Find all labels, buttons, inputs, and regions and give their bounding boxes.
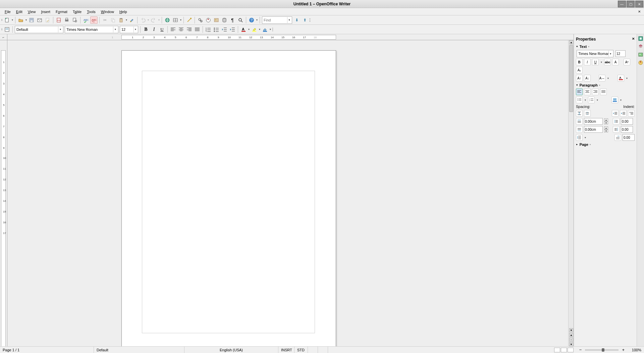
help-dropdown[interactable]: ▼: [256, 19, 258, 21]
vertical-scrollbar[interactable]: ▲ ▼ ▲ ◦ ▼: [568, 40, 574, 346]
status-zoom-value[interactable]: 100%: [627, 347, 644, 353]
sidebar-font-input[interactable]: [578, 52, 608, 56]
sidebar-font-combo[interactable]: ▼: [577, 50, 613, 57]
data-sources-icon[interactable]: [221, 16, 228, 24]
sidebar-deck-styles-icon[interactable]: [638, 44, 644, 50]
export-pdf-icon[interactable]: PDF: [55, 16, 62, 24]
sidebar-text-header[interactable]: ▾ Text ▫: [576, 44, 635, 49]
find-replace-icon[interactable]: [197, 16, 204, 24]
font-color-dropdown[interactable]: ▼: [248, 28, 250, 31]
decrease-spacing-icon[interactable]: [584, 110, 591, 117]
increase-indent-icon[interactable]: [229, 26, 236, 33]
nonprinting-chars-icon[interactable]: ¶: [229, 16, 236, 24]
menu-insert[interactable]: Insert: [38, 9, 53, 14]
table-dropdown[interactable]: ▼: [179, 19, 182, 21]
align-left-icon[interactable]: [169, 26, 177, 33]
close-document-button[interactable]: ✕: [637, 9, 642, 14]
align-center-icon[interactable]: [177, 26, 185, 33]
toolbar-grip[interactable]: [1, 19, 2, 21]
minimize-button[interactable]: —: [618, 1, 626, 7]
ruler-corner[interactable]: ⌐: [0, 34, 7, 40]
ruler-vertical[interactable]: 1 2 3 4 5 6 7 8 9 10 11 12 13 14 15 16 1: [0, 40, 7, 346]
menu-table[interactable]: Table: [70, 9, 84, 14]
sidebar-increase-font-icon[interactable]: A↑: [576, 75, 583, 81]
sidebar-font-dropdown[interactable]: ▼: [608, 51, 612, 57]
new-document-dropdown[interactable]: ▼: [11, 19, 14, 21]
print-preview-icon[interactable]: [71, 16, 78, 24]
sidebar-bold-icon[interactable]: B: [576, 59, 583, 65]
zoom-icon[interactable]: [237, 16, 244, 24]
font-name-input[interactable]: [66, 27, 113, 32]
sidebar-deck-properties-icon[interactable]: [638, 36, 644, 42]
sidebar-underline-icon[interactable]: U: [592, 59, 599, 65]
sidebar-bgcolor-icon[interactable]: [611, 97, 618, 103]
toolbar-grip[interactable]: [1, 28, 2, 30]
navigation-button[interactable]: ◦: [569, 338, 573, 342]
sidebar-paragraph-header[interactable]: ▾ Paragraph ▫: [576, 83, 635, 87]
background-color-dropdown[interactable]: ▼: [269, 28, 272, 31]
auto-spellcheck-icon[interactable]: ABC: [90, 16, 98, 24]
scroll-thumb[interactable]: [569, 45, 573, 112]
scroll-up-button[interactable]: ▲: [569, 40, 573, 44]
format-paintbrush-icon[interactable]: [128, 16, 136, 24]
font-name-dropdown[interactable]: ▼: [113, 26, 117, 33]
space-above-spinner[interactable]: ▲▼: [604, 118, 608, 124]
find-input[interactable]: [264, 18, 287, 22]
zoom-slider-knob[interactable]: [602, 348, 604, 352]
hyperlink-icon[interactable]: [164, 16, 171, 24]
find-toolbar-field[interactable]: ▼: [262, 16, 292, 24]
bold-icon[interactable]: B: [142, 26, 150, 33]
hanging-indent-icon[interactable]: [628, 110, 635, 117]
decrease-indent-icon2[interactable]: [620, 110, 627, 117]
find-next-icon[interactable]: ⬇: [293, 16, 301, 24]
indent-right-input[interactable]: [621, 126, 633, 133]
edit-file-icon[interactable]: [44, 16, 51, 24]
print-icon[interactable]: [63, 16, 70, 24]
open-document-dropdown[interactable]: ▼: [25, 19, 28, 21]
space-above-input[interactable]: [584, 118, 603, 125]
zoom-out-icon[interactable]: −: [578, 347, 583, 352]
bullet-list-icon[interactable]: [213, 26, 220, 33]
font-color-icon[interactable]: A: [240, 26, 247, 33]
redo-dropdown[interactable]: ▼: [158, 19, 160, 21]
toolbar-more[interactable]: [310, 18, 310, 22]
undo-icon[interactable]: [139, 16, 147, 24]
sidebar-superscript-icon[interactable]: Aᵃ: [624, 59, 630, 65]
sidebar-bgcolor-dropdown[interactable]: ▼: [620, 99, 622, 101]
spellcheck-icon[interactable]: ABC: [82, 16, 90, 24]
sidebar-spacing-icon[interactable]: A↔: [599, 75, 605, 81]
status-selection-mode[interactable]: STD: [294, 347, 308, 353]
space-above-icon[interactable]: [576, 118, 583, 125]
menu-window[interactable]: Window: [98, 9, 117, 14]
status-signature[interactable]: [318, 347, 328, 353]
font-name-combo[interactable]: ▼: [65, 26, 118, 33]
new-document-icon[interactable]: [3, 16, 11, 24]
more-options-icon[interactable]: ▫: [588, 45, 589, 48]
help-icon[interactable]: ?: [248, 16, 255, 24]
more-options-icon[interactable]: ▫: [599, 83, 600, 87]
cut-icon[interactable]: ✂: [101, 16, 109, 24]
document-canvas[interactable]: [7, 40, 568, 346]
menu-edit[interactable]: Edit: [13, 9, 25, 14]
next-page-button[interactable]: ▼: [569, 342, 573, 346]
status-style[interactable]: Default: [94, 347, 184, 353]
menu-format[interactable]: Format: [53, 9, 70, 14]
indent-left-input[interactable]: [621, 118, 633, 125]
sidebar-align-center-icon[interactable]: [584, 89, 591, 95]
show-draw-functions-icon[interactable]: [185, 16, 193, 24]
sidebar-strikethrough-icon[interactable]: abc: [604, 59, 611, 65]
redo-icon[interactable]: [150, 16, 157, 24]
first-line-indent-input[interactable]: [623, 134, 635, 141]
gallery-icon[interactable]: [213, 16, 220, 24]
sidebar-numbering-icon[interactable]: 12: [588, 97, 595, 103]
sidebar-justify-icon[interactable]: [600, 89, 607, 95]
more-options-icon[interactable]: ▫: [590, 143, 591, 146]
zoom-in-icon[interactable]: +: [621, 347, 626, 352]
save-icon[interactable]: [28, 16, 35, 24]
first-line-indent-icon[interactable]: [614, 134, 621, 141]
paragraph-style-combo[interactable]: ▼: [15, 26, 63, 33]
status-page[interactable]: Page 1 / 1: [0, 347, 94, 353]
collapse-icon[interactable]: ▾: [576, 44, 578, 49]
menu-view[interactable]: View: [25, 9, 39, 14]
highlight-dropdown[interactable]: ▼: [258, 28, 261, 31]
